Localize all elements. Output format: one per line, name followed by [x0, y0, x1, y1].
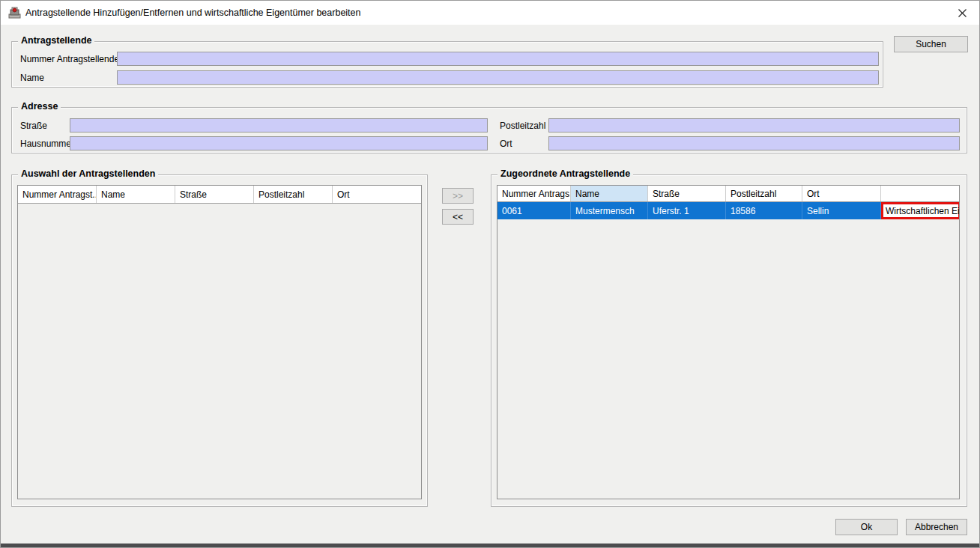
selection-table[interactable]: Nummer Antragst... Name Straße Postleitz…: [17, 185, 422, 499]
cell-nummer: 0061: [497, 202, 571, 219]
beneficial-owner-button[interactable]: Wirtschaftlichen Ei...: [881, 202, 960, 219]
cell-postleitzahl: 18586: [726, 202, 802, 219]
cancel-button[interactable]: Abbrechen: [906, 519, 967, 535]
selection-col-postleitzahl[interactable]: Postleitzahl: [254, 186, 333, 203]
strasse-input[interactable]: [70, 118, 488, 133]
applicant-group-title: Antragstellende: [18, 35, 94, 46]
nummer-antragstellende-input[interactable]: [117, 52, 879, 66]
hausnummer-input[interactable]: [70, 136, 488, 150]
assigned-col-name[interactable]: Name: [571, 186, 648, 201]
label-hausnummer: Hausnummer: [20, 138, 74, 149]
search-button[interactable]: Suchen: [894, 36, 968, 52]
label-postleitzahl: Postleitzahl: [500, 121, 545, 131]
postleitzahl-input[interactable]: [548, 118, 960, 133]
assigned-table-header: Nummer Antrags... Name Straße Postleitza…: [497, 186, 959, 202]
label-strasse: Straße: [20, 121, 47, 131]
window-title: Antragstellende Hinzufügen/Entfernen und…: [25, 1, 361, 25]
assigned-col-strasse[interactable]: Straße: [648, 186, 726, 201]
label-ort: Ort: [500, 138, 512, 149]
selection-col-nummer[interactable]: Nummer Antragst...: [18, 186, 97, 203]
assigned-table-row[interactable]: 0061 Mustermensch Uferstr. 1 18586 Selli…: [497, 202, 959, 219]
selection-col-strasse[interactable]: Straße: [175, 186, 254, 203]
assigned-col-action[interactable]: [881, 186, 960, 201]
ok-button[interactable]: Ok: [835, 519, 898, 535]
selection-col-name[interactable]: Name: [97, 186, 175, 203]
assigned-col-ort[interactable]: Ort: [802, 186, 881, 201]
dialog-window: Antragstellende Hinzufügen/Entfernen und…: [0, 0, 980, 548]
close-icon: [958, 9, 967, 17]
app-icon: [8, 7, 21, 19]
label-nummer-antragstellende: Nummer Antragstellende: [20, 54, 119, 64]
selection-table-header: Nummer Antragst... Name Straße Postleitz…: [18, 186, 421, 204]
remove-from-assigned-button[interactable]: <<: [442, 209, 474, 225]
address-group-title: Adresse: [18, 101, 61, 112]
add-to-assigned-button[interactable]: >>: [442, 188, 474, 204]
selection-col-ort[interactable]: Ort: [333, 186, 422, 203]
assigned-col-nummer[interactable]: Nummer Antrags...: [497, 186, 571, 201]
close-button[interactable]: [946, 1, 979, 25]
cell-ort: Sellin: [802, 202, 881, 219]
label-name: Name: [20, 73, 44, 83]
title-bar: Antragstellende Hinzufügen/Entfernen und…: [1, 1, 979, 25]
assigned-table[interactable]: Nummer Antrags... Name Straße Postleitza…: [497, 185, 960, 499]
cell-name: Mustermensch: [571, 202, 648, 219]
name-input[interactable]: [117, 70, 879, 85]
assigned-group-title: Zugeordnete Antragstellende: [497, 168, 633, 179]
cell-strasse: Uferstr. 1: [648, 202, 726, 219]
ort-input[interactable]: [548, 136, 960, 150]
assigned-col-postleitzahl[interactable]: Postleitzahl: [726, 186, 802, 201]
selection-group-title: Auswahl der Antragstellenden: [18, 168, 158, 179]
window-bottom-edge: [1, 544, 979, 547]
